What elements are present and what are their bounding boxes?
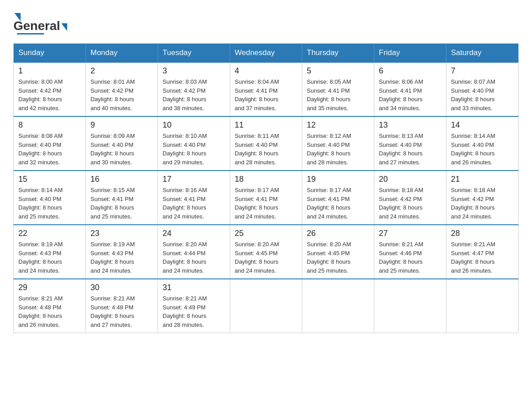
day-number: 22 — [18, 229, 81, 238]
day-info: Sunrise: 8:15 AMSunset: 4:41 PMDaylight:… — [90, 186, 153, 221]
day-number: 8 — [18, 120, 81, 130]
day-number: 16 — [90, 175, 153, 184]
calendar-cell — [230, 279, 302, 333]
calendar-cell: 21Sunrise: 8:18 AMSunset: 4:42 PMDayligh… — [446, 171, 519, 225]
calendar-cell — [302, 279, 374, 333]
calendar-cell — [374, 279, 446, 333]
day-number: 24 — [163, 229, 225, 238]
day-number: 25 — [235, 229, 297, 238]
day-info: Sunrise: 8:06 AMSunset: 4:41 PMDaylight:… — [379, 77, 442, 112]
calendar-cell: 1Sunrise: 8:00 AMSunset: 4:42 PMDaylight… — [14, 62, 86, 116]
day-info: Sunrise: 8:20 AMSunset: 4:45 PMDaylight:… — [307, 240, 369, 275]
day-number: 28 — [451, 229, 514, 238]
day-info: Sunrise: 8:21 AMSunset: 4:48 PMDaylight:… — [18, 294, 81, 329]
day-number: 20 — [379, 175, 442, 184]
day-info: Sunrise: 8:05 AMSunset: 4:41 PMDaylight:… — [307, 77, 369, 112]
day-info: Sunrise: 8:01 AMSunset: 4:42 PMDaylight:… — [90, 77, 153, 112]
calendar-cell: 23Sunrise: 8:19 AMSunset: 4:43 PMDayligh… — [86, 225, 158, 279]
day-number: 27 — [379, 229, 442, 238]
day-info: Sunrise: 8:07 AMSunset: 4:40 PMDaylight:… — [451, 77, 514, 112]
day-number: 13 — [379, 120, 442, 130]
calendar-cell: 2Sunrise: 8:01 AMSunset: 4:42 PMDaylight… — [86, 62, 158, 116]
day-info: Sunrise: 8:08 AMSunset: 4:40 PMDaylight:… — [18, 132, 81, 167]
col-header-thursday: Thursday — [302, 44, 374, 63]
day-info: Sunrise: 8:13 AMSunset: 4:40 PMDaylight:… — [379, 132, 442, 167]
day-info: Sunrise: 8:21 AMSunset: 4:48 PMDaylight:… — [90, 294, 153, 329]
calendar-cell: 28Sunrise: 8:21 AMSunset: 4:47 PMDayligh… — [446, 225, 519, 279]
day-info: Sunrise: 8:17 AMSunset: 4:41 PMDaylight:… — [235, 186, 297, 221]
day-number: 21 — [451, 175, 514, 184]
col-header-monday: Monday — [86, 44, 158, 63]
logo-underline — [17, 33, 44, 34]
calendar-cell: 20Sunrise: 8:18 AMSunset: 4:42 PMDayligh… — [374, 171, 446, 225]
day-info: Sunrise: 8:20 AMSunset: 4:45 PMDaylight:… — [235, 240, 297, 275]
day-number: 9 — [90, 120, 153, 130]
calendar-cell: 6Sunrise: 8:06 AMSunset: 4:41 PMDaylight… — [374, 62, 446, 116]
day-info: Sunrise: 8:19 AMSunset: 4:43 PMDaylight:… — [90, 240, 153, 275]
day-number: 2 — [90, 66, 153, 76]
day-number: 30 — [90, 283, 153, 292]
day-number: 4 — [235, 66, 297, 76]
col-header-sunday: Sunday — [14, 44, 86, 63]
day-number: 10 — [163, 120, 225, 130]
calendar-cell: 29Sunrise: 8:21 AMSunset: 4:48 PMDayligh… — [14, 279, 86, 333]
col-header-saturday: Saturday — [446, 44, 519, 63]
calendar-cell: 15Sunrise: 8:14 AMSunset: 4:40 PMDayligh… — [14, 171, 86, 225]
day-number: 18 — [235, 175, 297, 184]
logo-general-2: General — [13, 19, 60, 33]
day-number: 5 — [307, 66, 369, 76]
day-info: Sunrise: 8:20 AMSunset: 4:44 PMDaylight:… — [163, 240, 225, 275]
day-info: Sunrise: 8:09 AMSunset: 4:40 PMDaylight:… — [90, 132, 153, 167]
day-info: Sunrise: 8:14 AMSunset: 4:40 PMDaylight:… — [451, 132, 514, 167]
day-info: Sunrise: 8:04 AMSunset: 4:41 PMDaylight:… — [235, 77, 297, 112]
col-header-tuesday: Tuesday — [158, 44, 230, 63]
week-row-1: 1Sunrise: 8:00 AMSunset: 4:42 PMDaylight… — [14, 62, 519, 116]
calendar-cell: 3Sunrise: 8:03 AMSunset: 4:42 PMDaylight… — [158, 62, 230, 116]
calendar-table: SundayMondayTuesdayWednesdayThursdayFrid… — [13, 43, 519, 333]
day-number: 7 — [451, 66, 514, 76]
day-info: Sunrise: 8:21 AMSunset: 4:47 PMDaylight:… — [451, 240, 514, 275]
calendar-cell: 11Sunrise: 8:11 AMSunset: 4:40 PMDayligh… — [230, 116, 302, 171]
week-row-4: 22Sunrise: 8:19 AMSunset: 4:43 PMDayligh… — [14, 225, 519, 279]
day-info: Sunrise: 8:19 AMSunset: 4:43 PMDaylight:… — [18, 240, 81, 275]
day-number: 14 — [451, 120, 514, 130]
col-header-friday: Friday — [374, 44, 446, 63]
calendar-cell: 5Sunrise: 8:05 AMSunset: 4:41 PMDaylight… — [302, 62, 374, 116]
page-header: General — [13, 9, 519, 34]
calendar-cell: 17Sunrise: 8:16 AMSunset: 4:41 PMDayligh… — [158, 171, 230, 225]
day-info: Sunrise: 8:10 AMSunset: 4:40 PMDaylight:… — [163, 132, 225, 167]
calendar-cell — [446, 279, 519, 333]
logo: General — [13, 9, 67, 34]
day-number: 19 — [307, 175, 369, 184]
week-row-2: 8Sunrise: 8:08 AMSunset: 4:40 PMDaylight… — [14, 116, 519, 171]
calendar-cell: 30Sunrise: 8:21 AMSunset: 4:48 PMDayligh… — [86, 279, 158, 333]
calendar-cell: 19Sunrise: 8:17 AMSunset: 4:41 PMDayligh… — [302, 171, 374, 225]
calendar-cell: 12Sunrise: 8:12 AMSunset: 4:40 PMDayligh… — [302, 116, 374, 171]
calendar-cell: 31Sunrise: 8:21 AMSunset: 4:49 PMDayligh… — [158, 279, 230, 333]
day-info: Sunrise: 8:16 AMSunset: 4:41 PMDaylight:… — [163, 186, 225, 221]
day-info: Sunrise: 8:21 AMSunset: 4:49 PMDaylight:… — [163, 294, 225, 329]
week-row-3: 15Sunrise: 8:14 AMSunset: 4:40 PMDayligh… — [14, 171, 519, 225]
day-number: 29 — [18, 283, 81, 292]
day-info: Sunrise: 8:03 AMSunset: 4:42 PMDaylight:… — [163, 77, 225, 112]
calendar-cell: 16Sunrise: 8:15 AMSunset: 4:41 PMDayligh… — [86, 171, 158, 225]
day-number: 12 — [307, 120, 369, 130]
calendar-header-row: SundayMondayTuesdayWednesdayThursdayFrid… — [14, 44, 519, 63]
week-row-5: 29Sunrise: 8:21 AMSunset: 4:48 PMDayligh… — [14, 279, 519, 333]
day-number: 17 — [163, 175, 225, 184]
calendar-cell: 18Sunrise: 8:17 AMSunset: 4:41 PMDayligh… — [230, 171, 302, 225]
day-info: Sunrise: 8:21 AMSunset: 4:46 PMDaylight:… — [379, 240, 442, 275]
day-info: Sunrise: 8:12 AMSunset: 4:40 PMDaylight:… — [307, 132, 369, 167]
calendar-cell: 24Sunrise: 8:20 AMSunset: 4:44 PMDayligh… — [158, 225, 230, 279]
day-number: 31 — [163, 283, 225, 292]
calendar-cell: 10Sunrise: 8:10 AMSunset: 4:40 PMDayligh… — [158, 116, 230, 171]
day-number: 3 — [163, 66, 225, 76]
day-info: Sunrise: 8:17 AMSunset: 4:41 PMDaylight:… — [307, 186, 369, 221]
day-number: 6 — [379, 66, 442, 76]
day-number: 1 — [18, 66, 81, 76]
calendar-cell: 26Sunrise: 8:20 AMSunset: 4:45 PMDayligh… — [302, 225, 374, 279]
day-info: Sunrise: 8:11 AMSunset: 4:40 PMDaylight:… — [235, 132, 297, 167]
day-number: 23 — [90, 229, 153, 238]
calendar-cell: 22Sunrise: 8:19 AMSunset: 4:43 PMDayligh… — [14, 225, 86, 279]
calendar-cell: 7Sunrise: 8:07 AMSunset: 4:40 PMDaylight… — [446, 62, 519, 116]
